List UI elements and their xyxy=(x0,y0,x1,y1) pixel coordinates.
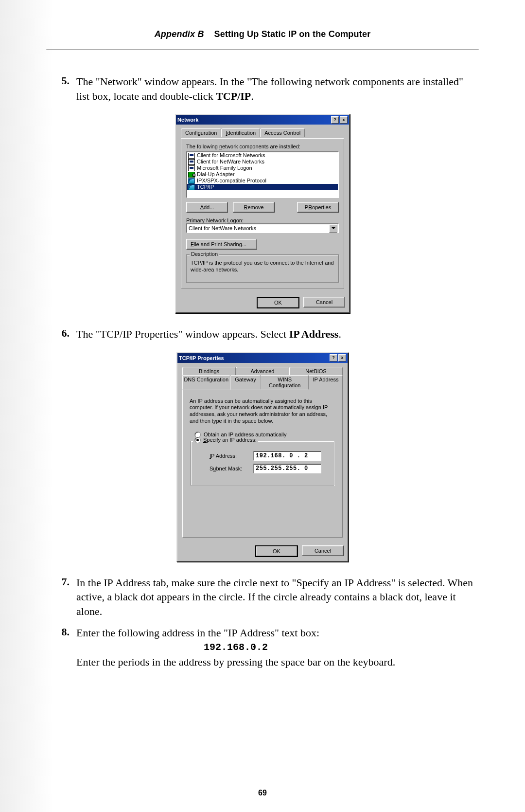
file-print-sharing-button[interactable]: File and Print Sharing... xyxy=(186,239,257,250)
remove-button[interactable]: Remove xyxy=(233,202,275,213)
tab-wins[interactable]: WINS Configuration xyxy=(261,375,309,390)
properties-button[interactable]: PRoperties xyxy=(297,202,339,213)
tab-access-control[interactable]: Access Control xyxy=(260,128,305,137)
list-item[interactable]: Dial-Up Adapter xyxy=(187,171,338,178)
tab-panel: An IP address can be automatically assig… xyxy=(182,390,343,538)
ok-button[interactable]: OK xyxy=(255,545,298,557)
adapter-icon xyxy=(188,172,195,178)
step-6: 6. The "TCP/IP Properties" window appear… xyxy=(46,327,479,342)
step-7: 7. In the IP Address tab, make sure the … xyxy=(46,576,479,619)
tab-ip-address[interactable]: IP Address xyxy=(309,375,343,390)
appendix-label: Appendix B xyxy=(155,29,204,39)
list-item[interactable]: IPX/SPX-compatible Protocol xyxy=(187,178,338,184)
page-header: Appendix B Setting Up Static IP on the C… xyxy=(46,29,479,39)
list-item[interactable]: Client for NetWare Networks xyxy=(187,159,338,165)
ip-address-value: 192.168.0.2 xyxy=(76,641,395,654)
tab-identification[interactable]: Identification xyxy=(221,128,260,137)
ok-button[interactable]: OK xyxy=(257,297,299,308)
titlebar[interactable]: TCP/IP Properties ? x xyxy=(177,353,348,363)
subnet-mask-label: Subnet Mask: xyxy=(210,466,247,471)
ip-note: An IP address can be automatically assig… xyxy=(190,398,335,425)
step-text: Enter the following address in the "IP A… xyxy=(76,626,395,669)
step-text: The "TCP/IP Properties" window appears. … xyxy=(76,327,341,342)
primary-logon-label: Primary Network Logon: xyxy=(186,217,339,223)
client-icon xyxy=(188,159,195,165)
list-item-selected[interactable]: TCP/IP xyxy=(187,184,338,190)
ip-address-row: IP Address: 192.168. 0 . 2 xyxy=(210,451,330,461)
list-item[interactable]: Microsoft Family Logon xyxy=(187,165,338,171)
cancel-button[interactable]: Cancel xyxy=(302,545,344,556)
description-text: TCP/IP is the protocol you use to connec… xyxy=(191,260,334,273)
client-icon xyxy=(188,165,195,171)
window-title: Network xyxy=(177,117,198,123)
description-group: Description TCP/IP is the protocol you u… xyxy=(186,254,339,283)
radio-icon xyxy=(194,437,201,443)
step-number: 7. xyxy=(46,576,76,619)
ip-address-label: IP Address: xyxy=(210,453,247,459)
titlebar[interactable]: Network ? x xyxy=(176,115,349,125)
tab-row-top: Bindings Advanced NetBIOS xyxy=(182,367,343,376)
step-8: 8. Enter the following address in the "I… xyxy=(46,626,479,669)
subnet-mask-row: Subnet Mask: 255.255.255. 0 xyxy=(210,464,330,473)
cancel-button[interactable]: Cancel xyxy=(303,297,345,307)
tab-dns[interactable]: DNS Configuration xyxy=(182,375,230,390)
tab-strip: ConfigurationIdentificationAccess Contro… xyxy=(181,128,344,138)
step-number: 5. xyxy=(46,74,76,103)
step-text: The "Network" window appears. In the "Th… xyxy=(76,74,479,103)
primary-logon-dropdown[interactable]: Client for NetWare Networks xyxy=(186,223,339,233)
help-button[interactable]: ? xyxy=(330,354,337,361)
protocol-icon xyxy=(188,178,195,184)
step-number: 6. xyxy=(46,327,76,342)
network-dialog: Network ? x ConfigurationIdentificationA… xyxy=(175,114,350,313)
subnet-mask-input[interactable]: 255.255.255. 0 xyxy=(253,464,321,473)
tab-row-bottom: DNS Configuration Gateway WINS Configura… xyxy=(182,375,343,390)
list-item[interactable]: Client for Microsoft Networks xyxy=(187,152,338,159)
tab-panel: The following network components are ins… xyxy=(181,138,344,289)
help-button[interactable]: ? xyxy=(331,116,339,124)
step-5: 5. The "Network" window appears. In the … xyxy=(46,74,479,103)
step-number: 8. xyxy=(46,626,76,669)
client-icon xyxy=(188,153,195,159)
chevron-down-icon[interactable] xyxy=(329,224,337,233)
header-title: Setting Up Static IP on the Computer xyxy=(214,29,370,39)
radio-specify-ip[interactable]: Specify an IP address: xyxy=(193,437,258,443)
components-listbox[interactable]: Client for Microsoft Networks Client for… xyxy=(186,151,339,198)
components-label: The following network components are ins… xyxy=(186,144,339,149)
page-number: 69 xyxy=(0,789,525,797)
tab-netbios[interactable]: NetBIOS xyxy=(289,367,343,376)
protocol-icon xyxy=(188,184,195,190)
header-divider xyxy=(46,49,479,50)
description-legend: Description xyxy=(190,251,219,257)
tab-bindings[interactable]: Bindings xyxy=(182,367,236,376)
tcpip-properties-dialog: TCP/IP Properties ? x Bindings Advanced … xyxy=(176,352,349,562)
tab-gateway[interactable]: Gateway xyxy=(230,375,261,390)
ip-address-input[interactable]: 192.168. 0 . 2 xyxy=(253,451,321,461)
close-button[interactable]: x xyxy=(338,354,346,361)
close-button[interactable]: x xyxy=(340,116,348,124)
step-text: In the IP Address tab, make sure the cir… xyxy=(76,576,479,619)
add-button[interactable]: Add... xyxy=(186,202,228,213)
tab-configuration[interactable]: Configuration xyxy=(181,128,221,137)
specify-ip-group: Specify an IP address: IP Address: 192.1… xyxy=(191,441,334,486)
window-title: TCP/IP Properties xyxy=(179,355,224,361)
tab-advanced[interactable]: Advanced xyxy=(236,367,289,376)
